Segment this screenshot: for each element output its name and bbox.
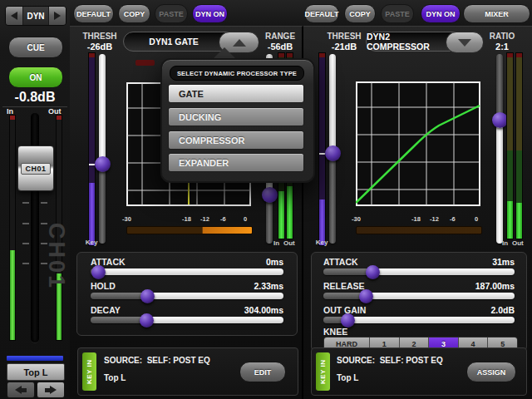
fader-cap-label: CH01 (21, 163, 50, 175)
scale-tick: 0 (475, 215, 478, 223)
channel-color-bar (7, 356, 63, 361)
dyn1-range-slider-thumb[interactable] (262, 187, 278, 203)
dyn1-thresh-slider[interactable] (99, 54, 106, 244)
dyn1-thresh-slider-thumb[interactable] (95, 156, 111, 172)
processor-selector: DYN (5, 6, 66, 26)
dyn1-key-meter (88, 52, 96, 246)
attack-slider-thumb[interactable] (91, 265, 106, 279)
dyn1-default-button[interactable]: DEFAULT (73, 4, 114, 23)
left-arrow-icon (11, 12, 17, 20)
dyn1-paste-button[interactable]: PASTE (155, 4, 188, 23)
dyn2-copy-button[interactable]: COPY (344, 4, 376, 23)
right-arrow-icon (50, 386, 57, 394)
decay-label: DECAY (91, 305, 121, 315)
fader-tick (41, 263, 47, 264)
hold-slider-thumb[interactable] (140, 289, 155, 303)
decay-slider-thumb[interactable] (140, 313, 154, 328)
dyn2-panel: THRESH -21dB DYN2 COMPRESSOR RATIO 2:1 (303, 26, 532, 399)
attack-slider[interactable] (91, 268, 283, 275)
dyn1-keyin-tab: KEY IN (82, 352, 96, 391)
dyn1-keyin-channel: Top L (104, 373, 126, 382)
dyn2-keyin-channel: Top L (337, 373, 358, 382)
fader-tick (22, 263, 29, 264)
fader-tick (22, 223, 29, 224)
popup-item-compressor[interactable]: COMPRESSOR (168, 131, 304, 150)
dyn2-keyin-panel: KEY IN SOURCE: SELF: POST EQ Top L ASSIG… (311, 347, 527, 396)
dyn1-on-button[interactable]: DYN ON (192, 4, 228, 23)
dyn2-keyin-assign-button[interactable]: ASSIGN (466, 362, 516, 382)
channel-in-meter (9, 115, 16, 341)
decay-slider[interactable] (91, 317, 283, 323)
hold-slider[interactable] (91, 293, 283, 299)
dyn2-in-label: In (502, 239, 508, 247)
processor-type-popup: SELECT DYNAMIC PROCESSOR TYPE GATE DUCKI… (160, 58, 315, 183)
attack-slider[interactable] (323, 268, 515, 275)
dyn2-thresh-label: THRESH (324, 32, 364, 41)
dyn1-params: ATTACK 0ms HOLD 2.33ms DECAY 304.00ms (76, 252, 298, 336)
dyn2-keyin-tab: KEY IN (316, 352, 330, 391)
prev-channel-button[interactable] (7, 382, 35, 398)
dyn-next-button[interactable] (49, 7, 66, 25)
popup-item-ducking[interactable]: DUCKING (168, 107, 304, 126)
popup-item-expander[interactable]: EXPANDER (168, 153, 304, 172)
hold-label: HOLD (91, 281, 116, 291)
fader-tick (22, 202, 29, 204)
dyn2-ratio-value: 2:1 (482, 42, 522, 52)
fader-value: -0.8dB (0, 90, 70, 105)
left-arrow-icon (15, 386, 22, 394)
dyn1-gr-meter (126, 226, 253, 234)
scale-tick: -18 (182, 215, 191, 223)
knee-label: KNEE (323, 327, 347, 337)
dyn2-thresh-value: -21dB (324, 42, 364, 52)
dyn1-copy-button[interactable]: COPY (118, 4, 150, 23)
dyn2-default-button[interactable]: DEFAULT (304, 4, 339, 23)
dyn1-range-label: RANGE (260, 32, 300, 41)
dyn1-in-label: In (273, 239, 279, 247)
dyn2-on-button[interactable]: DYN ON (421, 4, 461, 23)
channel-name-button[interactable]: Top L (7, 363, 65, 381)
chevron-up-icon (233, 39, 246, 47)
outgain-slider-thumb[interactable] (341, 313, 355, 328)
dyn2-type-open-button[interactable] (446, 32, 484, 53)
dyn-prev-button[interactable] (6, 7, 22, 25)
attack-value: 0ms (266, 257, 283, 267)
decay-value: 304.00ms (244, 305, 283, 315)
release-value: 187.00ms (475, 281, 515, 291)
dyn1-keyin-panel: KEY IN SOURCE: SELF: POST EQ Top L EDIT (77, 347, 298, 396)
processor-selector-label: DYN (22, 7, 49, 25)
dyn1-keyin-source: SOURCE: SELF: POST EQ (104, 356, 210, 365)
fader-tick (41, 202, 47, 204)
popup-title: SELECT DYNAMIC PROCESSOR TYPE (170, 66, 304, 81)
channel-fader[interactable]: CH01 (17, 145, 54, 191)
on-button[interactable]: ON (8, 66, 63, 88)
dyn2-out-meter (515, 52, 523, 239)
toolbar: DEFAULT COPY PASTE DYN ON DEFAULT COPY P… (70, 0, 532, 27)
next-channel-button[interactable] (37, 382, 65, 398)
scale-tick: -12 (200, 215, 209, 223)
scale-tick: -30 (122, 215, 131, 223)
attack-value: 31ms (492, 257, 515, 267)
fader-tick (22, 243, 29, 244)
release-slider[interactable] (323, 293, 515, 299)
release-label: RELEASE (323, 281, 365, 291)
mixer-button[interactable]: MIXER (463, 4, 530, 23)
dyn2-out-label: Out (512, 239, 524, 247)
dyn1-out-label: Out (283, 239, 295, 247)
dyn1-thresh-label: THRESH (80, 32, 120, 41)
right-arrow-icon (54, 12, 61, 20)
dyn2-compressor-graph (356, 81, 480, 206)
dyn2-thresh-slider-thumb[interactable] (325, 145, 341, 161)
dyn2-ratio-label: RATIO (482, 32, 522, 41)
popup-item-gate[interactable]: GATE (168, 84, 304, 103)
dyn1-keyin-edit-button[interactable]: EDIT (239, 362, 286, 382)
scale-tick: -6 (450, 215, 456, 223)
dyn1-range-value: -56dB (260, 42, 300, 52)
fader-tick (41, 223, 47, 224)
attack-slider-thumb[interactable] (366, 265, 380, 279)
release-slider-thumb[interactable] (359, 289, 373, 303)
dyn2-ratio-slider[interactable] (496, 54, 503, 244)
outgain-value: 2.0dB (490, 305, 515, 315)
chevron-down-icon (458, 39, 471, 47)
dyn2-paste-button[interactable]: PASTE (381, 4, 414, 23)
cue-button[interactable]: CUE (8, 37, 63, 58)
